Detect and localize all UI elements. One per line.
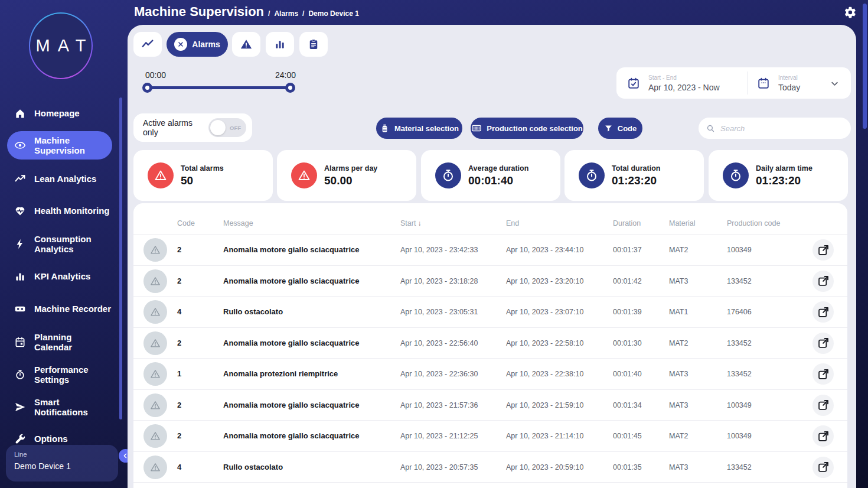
- tab-alarms[interactable]: Alarms: [167, 32, 228, 57]
- sidebar-item-smart-notifications[interactable]: Smart Notifications: [7, 393, 106, 421]
- cell-code: 4: [177, 452, 181, 483]
- table-body: 2 Anomalia motore giallo sciacquatrice A…: [133, 235, 847, 483]
- chevron-down-icon[interactable]: [830, 79, 839, 88]
- stat-card-total-alarms: Total alarms 50: [133, 150, 273, 201]
- sidebar-item-machine-supervision[interactable]: Machine Supervision: [7, 131, 112, 160]
- time-slider-track[interactable]: [146, 86, 291, 89]
- open-details-button[interactable]: [812, 363, 834, 385]
- clipboard-icon: [308, 38, 319, 50]
- tab-statistics[interactable]: [266, 32, 294, 57]
- search-box: [699, 118, 851, 139]
- cell-code: 2: [177, 328, 181, 359]
- sidebar-item-machine-recorder[interactable]: Machine Recorder: [7, 300, 136, 318]
- production-code-selection-label: Production code selection: [487, 124, 583, 133]
- date-range-field[interactable]: Start - End Apr 10, 2023 - Now: [627, 67, 720, 99]
- table-row: 2 Anomalia motore giallo sciacquatrice A…: [133, 266, 847, 297]
- cell-code: 1: [177, 359, 181, 390]
- device-selector[interactable]: Line Demo Device 1: [6, 445, 118, 482]
- column-header-start[interactable]: Start↓: [400, 219, 421, 227]
- interval-label: Interval: [778, 74, 800, 81]
- bar-chart-icon: [274, 38, 286, 50]
- column-header-message[interactable]: Message: [223, 219, 253, 227]
- date-range-value: Apr 10, 2023 - Now: [648, 83, 720, 92]
- page-title: Machine Supervision: [134, 4, 264, 19]
- eye-icon: [14, 139, 26, 151]
- column-header-code[interactable]: Code: [177, 219, 195, 227]
- sidebar-scrollbar[interactable]: [119, 97, 122, 419]
- sort-descending-icon: ↓: [417, 219, 421, 227]
- cell-production-code: 133452: [727, 266, 752, 297]
- barcode-icon: [471, 123, 482, 134]
- tab-warnings[interactable]: [232, 32, 260, 57]
- brand-logo-text: MAT: [28, 36, 93, 56]
- breadcrumb-device[interactable]: Demo Device 1: [308, 9, 358, 18]
- stat-card-alarms-per-day: Alarms per day 50.00: [277, 150, 416, 201]
- sidebar-item-lean-analytics[interactable]: Lean Analytics: [7, 170, 130, 188]
- cell-duration: 00:01:45: [613, 421, 642, 452]
- sidebar-item-performance-settings[interactable]: Performance Settings: [7, 361, 106, 389]
- main-panel: Alarms 00:00 24:00 Start - End Apr 10, 2…: [128, 25, 856, 488]
- open-details-button[interactable]: [812, 271, 834, 292]
- cell-end: Apr 10, 2023 - 23:07:10: [506, 297, 583, 328]
- interval-value: Today: [778, 83, 800, 92]
- tab-report[interactable]: [299, 32, 328, 57]
- stat-label: Daily alarm time: [756, 164, 812, 173]
- cell-duration: 00:01:40: [613, 359, 642, 390]
- settings-gear-icon[interactable]: [844, 6, 857, 19]
- open-in-new-icon: [817, 337, 830, 349]
- filter-funnel-icon: [604, 124, 613, 133]
- sidebar-item-planning-calendar[interactable]: Planning Calendar: [7, 328, 94, 356]
- home-icon: [14, 108, 26, 119]
- device-name: Demo Device 1: [14, 461, 110, 471]
- cell-end: Apr 10, 2023 - 20:59:10: [506, 452, 583, 483]
- active-alarms-toggle-card: Active alarms only OFF: [133, 113, 252, 142]
- cell-duration: 00:01:42: [613, 266, 642, 297]
- tab-line-chart[interactable]: [133, 32, 162, 57]
- sidebar-item-kpi-analytics[interactable]: KPI Analytics: [7, 267, 130, 286]
- open-details-button[interactable]: [812, 333, 834, 354]
- tab-alarms-label: Alarms: [192, 40, 220, 49]
- code-filter-button[interactable]: Code: [598, 118, 642, 139]
- column-header-end[interactable]: End: [506, 219, 519, 227]
- open-details-button[interactable]: [812, 395, 834, 416]
- breadcrumb-alarms[interactable]: Alarms: [274, 9, 298, 18]
- table-row: 2 Anomalia motore giallo sciacquatrice A…: [133, 328, 847, 359]
- cell-material: MAT3: [669, 266, 688, 297]
- sidebar-item-health-monitoring[interactable]: Health Monitoring: [7, 201, 136, 220]
- open-in-new-icon: [817, 461, 830, 473]
- time-slider-handle-end[interactable]: [285, 83, 295, 93]
- open-in-new-icon: [817, 275, 830, 287]
- calendar-icon: [14, 336, 26, 348]
- search-input[interactable]: [720, 124, 844, 133]
- stat-value: 50: [181, 174, 224, 187]
- cell-code: 2: [177, 390, 181, 421]
- open-details-button[interactable]: [812, 457, 834, 478]
- open-details-button[interactable]: [812, 425, 834, 447]
- material-selection-button[interactable]: Material selection: [376, 118, 462, 139]
- machine-supervision-app: Machine Supervision / Alarms / Demo Devi…: [0, 0, 868, 488]
- trend-line-icon: [14, 173, 26, 185]
- alarms-table: Code Message Start↓ End Duration Materia…: [133, 203, 847, 488]
- column-header-material[interactable]: Material: [669, 219, 695, 227]
- column-header-production-code[interactable]: Production code: [727, 219, 780, 227]
- production-code-selection-button[interactable]: Production code selection: [471, 118, 583, 139]
- recorder-icon: [14, 303, 26, 315]
- cell-message: Rullo ostacolato: [223, 452, 283, 483]
- cell-duration: 00:01:30: [613, 328, 642, 359]
- active-alarms-toggle[interactable]: OFF: [208, 118, 246, 137]
- stat-label: Total alarms: [181, 164, 224, 173]
- open-details-button[interactable]: [812, 301, 834, 323]
- cell-message: Anomalia motore giallo sciacquatrice: [223, 328, 359, 359]
- cell-end: Apr 10, 2023 - 21:59:10: [506, 390, 583, 421]
- interval-field[interactable]: Interval Today: [757, 67, 800, 99]
- time-slider-handle-start[interactable]: [142, 83, 152, 93]
- sidebar-item-consumption-analytics[interactable]: Consumption Analytics: [7, 230, 106, 258]
- cell-code: 2: [177, 266, 181, 297]
- sidebar-item-homepage[interactable]: Homepage: [7, 104, 130, 123]
- open-details-button[interactable]: [812, 239, 834, 261]
- column-header-duration[interactable]: Duration: [613, 219, 641, 227]
- cell-code: 4: [177, 297, 181, 328]
- cell-production-code: 133452: [727, 328, 752, 359]
- page-scrollbar[interactable]: [863, 4, 867, 129]
- calendar-check-icon: [627, 77, 640, 90]
